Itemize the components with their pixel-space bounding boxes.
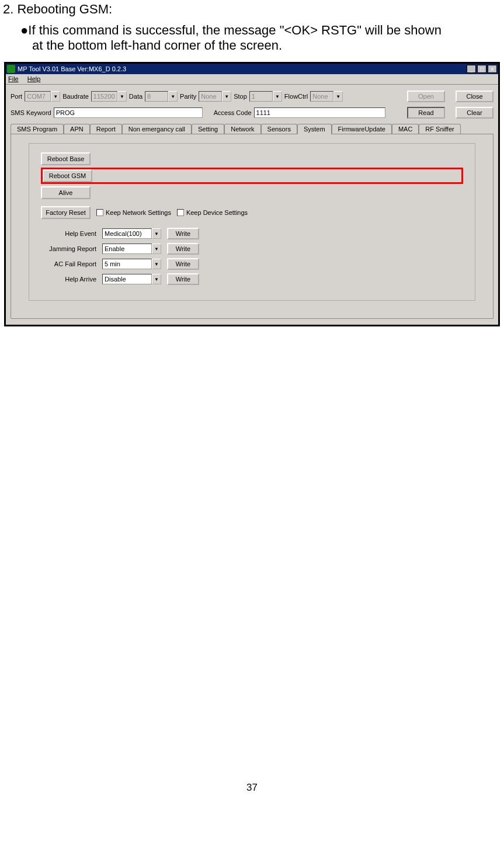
jamming-report-select[interactable]	[102, 244, 152, 254]
parity-label: Parity	[180, 93, 196, 100]
keep-device-checkbox[interactable]	[177, 209, 184, 216]
close-button[interactable]: Close	[456, 91, 493, 102]
ac-fail-write-button[interactable]: Write	[167, 258, 199, 270]
tab-sensors[interactable]: Sensors	[261, 124, 297, 134]
ac-fail-report-select[interactable]	[102, 259, 152, 269]
flowctrl-select[interactable]	[310, 91, 333, 102]
flowctrl-dropdown-icon[interactable]: ▼	[333, 91, 343, 102]
help-arrive-dropdown-icon[interactable]: ▼	[152, 274, 161, 284]
keep-network-checkbox[interactable]	[96, 209, 103, 216]
jamming-report-label: Jamming Report	[41, 245, 96, 252]
titlebar: MP Tool V3.01 Base Ver:MX6_D 0.2.3 _ □ ×	[6, 64, 498, 74]
baudrate-select[interactable]	[91, 91, 117, 102]
clear-button[interactable]: Clear	[456, 107, 493, 119]
stop-select[interactable]	[249, 91, 273, 102]
keep-device-label: Keep Device Settings	[186, 209, 248, 216]
maximize-button[interactable]: □	[477, 65, 486, 73]
sms-keyword-label: SMS Keyword	[11, 109, 51, 116]
window-title: MP Tool V3.01 Base Ver:MX6_D 0.2.3	[18, 65, 126, 72]
factory-reset-button[interactable]: Factory Reset	[41, 206, 91, 219]
read-button[interactable]: Read	[407, 107, 445, 119]
keep-network-label: Keep Network Settings	[106, 209, 171, 216]
tab-firmware[interactable]: FirmwareUpdate	[332, 124, 392, 134]
help-arrive-label: Help Arrive	[41, 276, 96, 283]
port-dropdown-icon[interactable]: ▼	[51, 91, 60, 102]
access-code-input[interactable]	[254, 107, 385, 118]
tab-sms-program[interactable]: SMS Program	[11, 124, 64, 134]
stop-dropdown-icon[interactable]: ▼	[273, 91, 282, 102]
parity-select[interactable]	[199, 91, 222, 102]
jamming-dropdown-icon[interactable]: ▼	[152, 244, 161, 254]
alive-button[interactable]: Alive	[41, 186, 91, 199]
tab-network[interactable]: Network	[224, 124, 260, 134]
tab-apn[interactable]: APN	[64, 124, 90, 134]
bullet-text: ●If this command is successful, the mess…	[20, 23, 504, 38]
help-event-dropdown-icon[interactable]: ▼	[152, 228, 161, 239]
menu-file[interactable]: File	[8, 75, 19, 82]
help-event-label: Help Event	[41, 230, 96, 237]
minimize-button[interactable]: _	[467, 65, 476, 73]
access-code-label: Access Code	[214, 109, 252, 116]
jamming-write-button[interactable]: Write	[167, 243, 199, 255]
tab-rf-sniffer[interactable]: RF Sniffer	[419, 124, 460, 134]
flowctrl-label: FlowCtrl	[284, 93, 308, 100]
heading-rebooting-gsm: 2. Rebooting GSM:	[3, 2, 504, 17]
tab-setting[interactable]: Setting	[192, 124, 224, 134]
bullet-text-cont: at the bottom left-hand corner of the sc…	[32, 38, 504, 53]
stop-label: Stop	[234, 93, 247, 100]
page-number: 37	[0, 782, 504, 794]
baudrate-label: Baudrate	[62, 93, 89, 100]
open-button[interactable]: Open	[407, 91, 445, 102]
ac-fail-dropdown-icon[interactable]: ▼	[152, 259, 161, 269]
tab-report[interactable]: Report	[90, 124, 122, 134]
menubar: File Help	[6, 74, 498, 85]
help-event-select[interactable]	[102, 228, 152, 239]
tab-row: SMS Program APN Report Non emergancy cal…	[11, 123, 493, 134]
tab-content-system: Reboot Base Reboot GSM Alive Factory Res…	[11, 134, 493, 319]
reboot-base-button[interactable]: Reboot Base	[41, 152, 91, 165]
reboot-gsm-button[interactable]: Reboot GSM	[43, 169, 92, 182]
menu-help[interactable]: Help	[27, 75, 41, 82]
close-window-button[interactable]: ×	[488, 65, 497, 73]
help-arrive-select[interactable]	[102, 274, 152, 284]
app-icon	[7, 65, 15, 73]
data-label: Data	[129, 93, 142, 100]
tab-system[interactable]: System	[297, 124, 332, 134]
baudrate-dropdown-icon[interactable]: ▼	[117, 91, 127, 102]
help-event-write-button[interactable]: Write	[167, 228, 199, 239]
parity-dropdown-icon[interactable]: ▼	[222, 91, 231, 102]
port-select[interactable]	[25, 91, 51, 102]
ac-fail-report-label: AC Fail Report	[41, 260, 96, 267]
data-dropdown-icon[interactable]: ▼	[168, 91, 178, 102]
app-window: MP Tool V3.01 Base Ver:MX6_D 0.2.3 _ □ ×…	[4, 62, 500, 326]
highlight-reboot-gsm: Reboot GSM	[41, 168, 463, 184]
data-select[interactable]	[145, 91, 168, 102]
sms-keyword-input[interactable]	[54, 107, 203, 118]
port-label: Port	[11, 93, 22, 100]
tab-non-emergency[interactable]: Non emergancy call	[122, 124, 192, 134]
tab-mac[interactable]: MAC	[392, 124, 419, 134]
help-arrive-write-button[interactable]: Write	[167, 273, 199, 285]
